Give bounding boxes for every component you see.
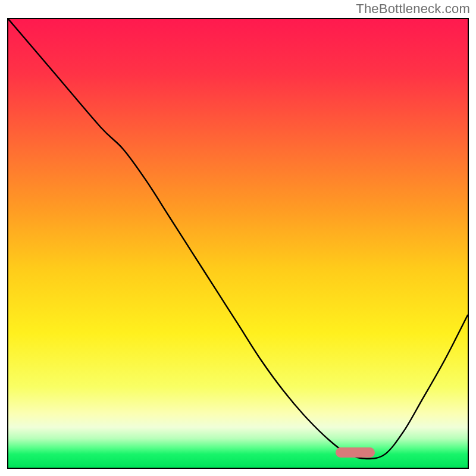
watermark-text: TheBottleneck.com [356,1,470,17]
plot-frame [7,18,469,469]
bottleneck-curve [8,19,468,468]
optimum-marker [336,447,375,458]
stage: TheBottleneck.com [0,0,476,476]
